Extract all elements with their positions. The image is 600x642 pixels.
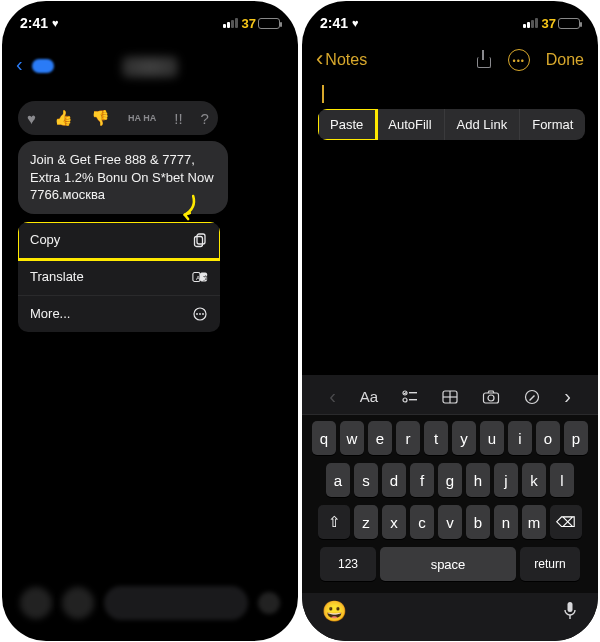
svg-point-8 (199, 313, 201, 315)
keyboard-row-3: ⇧ z x c v b n m ⌫ (306, 505, 594, 539)
key-i[interactable]: i (508, 421, 532, 455)
svg-rect-13 (409, 399, 417, 400)
key-y[interactable]: y (452, 421, 476, 455)
reaction-thumbs-up-icon[interactable]: 👍 (54, 109, 73, 127)
context-format-item[interactable]: Format (520, 109, 585, 140)
key-g[interactable]: g (438, 463, 462, 497)
status-time: 2:41 (320, 15, 348, 31)
more-label: More... (30, 306, 70, 321)
key-h[interactable]: h (466, 463, 490, 497)
key-return[interactable]: return (520, 547, 580, 581)
key-l[interactable]: l (550, 463, 574, 497)
key-m[interactable]: m (522, 505, 546, 539)
context-paste-item[interactable]: Paste (318, 109, 376, 140)
svg-point-12 (403, 398, 407, 402)
key-e[interactable]: e (368, 421, 392, 455)
text-cursor (322, 85, 324, 103)
addlink-label: Add Link (457, 117, 508, 132)
notes-navigation-bar: ‹ Notes Done (302, 39, 598, 81)
toolbar-prev-arrow-icon[interactable]: ‹ (329, 385, 336, 408)
svg-point-18 (488, 395, 494, 401)
markup-pencil-icon[interactable] (524, 389, 540, 405)
svg-rect-11 (409, 392, 417, 393)
key-c[interactable]: c (410, 505, 434, 539)
key-v[interactable]: v (438, 505, 462, 539)
unread-badge (32, 59, 54, 73)
key-s[interactable]: s (354, 463, 378, 497)
checklist-icon[interactable] (402, 390, 418, 404)
reaction-haha-icon[interactable]: HA HA (128, 114, 156, 122)
keyboard-row-1: q w e r t y u i o p (306, 421, 594, 455)
camera-button-blurred[interactable] (20, 587, 52, 619)
key-k[interactable]: k (522, 463, 546, 497)
key-n[interactable]: n (494, 505, 518, 539)
key-q[interactable]: q (312, 421, 336, 455)
key-w[interactable]: w (340, 421, 364, 455)
reaction-question-icon[interactable]: ? (201, 110, 209, 127)
more-options-icon[interactable] (508, 49, 530, 71)
context-addlink-item[interactable]: Add Link (445, 109, 521, 140)
reaction-exclaim-icon[interactable]: !! (174, 110, 182, 127)
dictation-button-blurred[interactable] (258, 592, 280, 614)
key-space[interactable]: space (380, 547, 516, 581)
svg-rect-20 (568, 602, 573, 612)
toolbar-next-arrow-icon[interactable]: › (564, 385, 571, 408)
notch (390, 1, 510, 29)
key-j[interactable]: j (494, 463, 518, 497)
done-button[interactable]: Done (546, 51, 584, 69)
reaction-heart-icon[interactable]: ♥ (27, 110, 36, 127)
battery-indicator: 37 (242, 16, 280, 31)
key-t[interactable]: t (424, 421, 448, 455)
key-z[interactable]: z (354, 505, 378, 539)
back-label: Notes (325, 51, 367, 69)
key-123[interactable]: 123 (320, 547, 376, 581)
svg-point-7 (196, 313, 198, 315)
context-translate-item[interactable]: Translate A文 (18, 259, 220, 296)
key-a[interactable]: a (326, 463, 350, 497)
tapback-reaction-bar: ♥ 👍 👎 HA HA !! ? (18, 101, 218, 135)
battery-icon (258, 18, 280, 29)
paste-label: Paste (330, 117, 363, 132)
keyboard-row-bottom: 123 space return (306, 547, 594, 587)
cellular-signal-icon (523, 18, 538, 28)
key-f[interactable]: f (410, 463, 434, 497)
key-o[interactable]: o (536, 421, 560, 455)
dictation-mic-icon[interactable] (562, 601, 578, 621)
notes-back-button[interactable]: ‹ Notes (316, 49, 367, 71)
status-heart-icon: ♥ (52, 17, 59, 29)
table-icon[interactable] (442, 390, 458, 404)
key-b[interactable]: b (466, 505, 490, 539)
camera-insert-icon[interactable] (482, 390, 500, 404)
key-delete[interactable]: ⌫ (550, 505, 582, 539)
svg-text:文: 文 (203, 273, 208, 280)
share-icon[interactable] (474, 51, 492, 69)
svg-rect-0 (197, 234, 205, 244)
contact-name-blurred[interactable] (122, 56, 178, 78)
key-shift[interactable]: ⇧ (318, 505, 350, 539)
key-r[interactable]: r (396, 421, 420, 455)
key-x[interactable]: x (382, 505, 406, 539)
keyboard-format-toolbar: ‹ Aa › (302, 379, 598, 415)
more-ellipsis-icon (192, 306, 208, 322)
iphone-notes-screenshot: 2:41 ♥ 37 ‹ Notes Done Paste AutoFill (302, 1, 598, 641)
cellular-signal-icon (223, 18, 238, 28)
text-format-aa-button[interactable]: Aa (360, 388, 378, 405)
svg-rect-1 (195, 236, 203, 246)
keyboard-footer: 😀 (302, 593, 598, 641)
battery-icon (558, 18, 580, 29)
context-more-item[interactable]: More... (18, 296, 220, 332)
key-p[interactable]: p (564, 421, 588, 455)
autofill-label: AutoFill (388, 117, 431, 132)
message-input-blurred[interactable] (104, 586, 248, 620)
apps-button-blurred[interactable] (62, 587, 94, 619)
context-copy-item[interactable]: Copy (18, 222, 220, 259)
keyboard-row-2: a s d f g h j k l (306, 463, 594, 497)
reaction-thumbs-down-icon[interactable]: 👎 (91, 109, 110, 127)
iphone-messages-screenshot: 2:41 ♥ 37 ‹ ♥ 👍 👎 HA HA !! ? Join & Get … (2, 1, 298, 641)
emoji-keyboard-button[interactable]: 😀 (322, 599, 347, 623)
context-autofill-item[interactable]: AutoFill (376, 109, 444, 140)
translate-icon: A文 (192, 269, 208, 285)
key-d[interactable]: d (382, 463, 406, 497)
key-u[interactable]: u (480, 421, 504, 455)
back-chevron-icon[interactable]: ‹ (16, 53, 23, 76)
